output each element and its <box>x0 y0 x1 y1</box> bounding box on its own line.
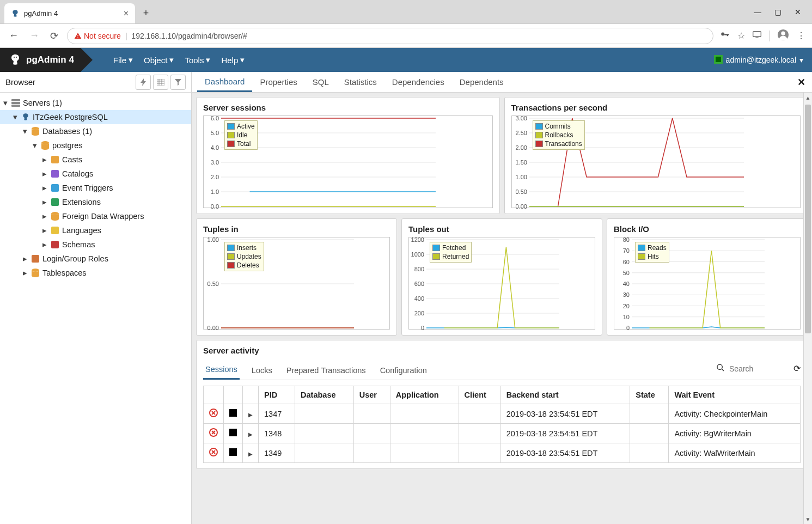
insecure-badge[interactable]: Not secure <box>74 32 121 40</box>
tree-node[interactable]: ▸Extensions <box>0 195 191 209</box>
tree-caret-icon[interactable]: ▸ <box>41 240 48 249</box>
tab-sql[interactable]: SQL <box>305 72 337 92</box>
tree-caret-icon[interactable]: ▸ <box>41 212 48 221</box>
tree-node[interactable]: ▸Foreign Data Wrappers <box>0 209 191 223</box>
view-data-button[interactable] <box>153 75 168 90</box>
tree-node[interactable]: ▾ITzGeek PostgreSQL <box>0 110 191 124</box>
tree-caret-icon[interactable]: ▸ <box>41 184 48 192</box>
maximize-icon[interactable]: ▢ <box>774 8 782 16</box>
svg-line-94 <box>722 369 724 371</box>
cancel-button[interactable] <box>204 443 224 463</box>
user-menu[interactable]: admin@itzgeek.local ▾ <box>714 55 803 65</box>
tree-caret-icon[interactable]: ▸ <box>41 198 48 206</box>
cell-client <box>459 443 500 463</box>
menu-tools[interactable]: Tools▾ <box>185 55 210 65</box>
column-header[interactable]: Database <box>295 386 354 404</box>
close-tab-icon[interactable]: × <box>124 9 129 19</box>
scroll-thumb[interactable] <box>805 105 811 333</box>
url-bar[interactable]: Not secure | 192.168.1.10/pgadmin4/brows… <box>67 28 713 44</box>
refresh-button[interactable]: ⟳ <box>793 363 801 374</box>
expand-row-button[interactable]: ▶ <box>243 424 259 443</box>
scroll-down-icon[interactable]: ▼ <box>804 514 812 524</box>
terminate-button[interactable] <box>224 443 243 463</box>
new-tab-button[interactable]: + <box>135 3 157 23</box>
vertical-scrollbar[interactable]: ▲ ▼ <box>803 93 812 524</box>
tab-dependents[interactable]: Dependents <box>452 72 511 92</box>
cell-backend-start: 2019-03-18 23:54:51 EDT <box>500 404 630 424</box>
browser-tab[interactable]: pgAdmin 4 × <box>4 3 135 23</box>
back-button[interactable]: ← <box>7 28 21 44</box>
tree-node[interactable]: ▸Casts <box>0 153 191 167</box>
cast-icon[interactable] <box>753 31 761 41</box>
tree-caret-icon[interactable]: ▸ <box>41 226 48 235</box>
bookmark-star-icon[interactable]: ☆ <box>737 31 745 41</box>
column-header[interactable]: User <box>353 386 390 404</box>
svg-rect-14 <box>11 102 20 104</box>
object-tree[interactable]: ▾Servers (1)▾ITzGeek PostgreSQL▾Database… <box>0 93 191 283</box>
tree-caret-icon[interactable]: ▸ <box>22 254 28 263</box>
tree-node[interactable]: ▸Languages <box>0 223 191 237</box>
filter-button[interactable] <box>170 75 186 90</box>
column-header[interactable]: PID <box>259 386 295 404</box>
tree-node[interactable]: ▸Schemas <box>0 237 191 252</box>
tree-node[interactable]: ▸Tablespaces <box>0 266 191 280</box>
menu-object[interactable]: Object▾ <box>144 55 174 65</box>
close-panel-icon[interactable]: ✕ <box>797 76 805 88</box>
cancel-button[interactable] <box>204 424 224 443</box>
runtime-icon <box>714 55 723 65</box>
app-logo[interactable]: pgAdmin 4 <box>0 48 81 72</box>
brand-text: pgAdmin 4 <box>26 54 74 65</box>
card-server-sessions: Server sessions 0.01.02.03.04.05.06.0Act… <box>196 97 500 214</box>
forward-button[interactable]: → <box>27 28 41 44</box>
chrome-menu-icon[interactable]: ⋮ <box>797 31 805 41</box>
key-icon[interactable] <box>720 30 730 42</box>
svg-rect-23 <box>51 227 59 234</box>
card-block-io: Block I/O 01020304050607080ReadsHits <box>607 218 808 336</box>
query-tool-button[interactable] <box>136 75 151 90</box>
tab-statistics[interactable]: Statistics <box>337 72 384 92</box>
subtab-prepared-transactions[interactable]: Prepared Transactions <box>284 362 368 379</box>
cancel-button[interactable] <box>204 404 224 424</box>
svg-point-93 <box>717 364 722 369</box>
column-header[interactable]: Backend start <box>500 386 630 404</box>
subtab-configuration[interactable]: Configuration <box>378 362 429 379</box>
tree-caret-icon[interactable]: ▾ <box>22 127 28 136</box>
menu-help[interactable]: Help▾ <box>221 55 245 65</box>
tree-node[interactable]: ▾postgres <box>0 138 191 153</box>
column-header[interactable]: Wait Event <box>669 386 801 404</box>
svg-rect-8 <box>157 79 164 86</box>
reload-button[interactable]: ⟳ <box>48 28 60 44</box>
column-header[interactable]: Client <box>459 386 500 404</box>
close-window-icon[interactable]: ✕ <box>795 8 801 16</box>
svg-text:400: 400 <box>414 295 424 302</box>
tree-node[interactable]: ▸Login/Group Roles <box>0 252 191 266</box>
tree-caret-icon[interactable]: ▸ <box>41 155 48 164</box>
terminate-button[interactable] <box>224 404 243 424</box>
tree-node[interactable]: ▸Catalogs <box>0 167 191 181</box>
tab-properties[interactable]: Properties <box>252 72 304 92</box>
tree-node[interactable]: ▾Servers (1) <box>0 96 191 110</box>
tree-caret-icon[interactable]: ▸ <box>41 169 48 178</box>
svg-text:80: 80 <box>623 237 630 243</box>
tab-dependencies[interactable]: Dependencies <box>384 72 452 92</box>
tree-caret-icon[interactable]: ▾ <box>2 99 9 107</box>
scroll-up-icon[interactable]: ▲ <box>804 93 812 102</box>
tree-caret-icon[interactable]: ▸ <box>22 269 28 277</box>
tree-node[interactable]: ▾Databases (1) <box>0 124 191 138</box>
tab-dashboard[interactable]: Dashboard <box>197 72 252 92</box>
tree-caret-icon[interactable]: ▾ <box>32 141 38 150</box>
expand-row-button[interactable]: ▶ <box>243 404 259 424</box>
profile-avatar-icon[interactable] <box>777 29 789 43</box>
search-input[interactable] <box>729 364 773 373</box>
svg-point-17 <box>41 141 49 144</box>
terminate-button[interactable] <box>224 424 243 443</box>
tree-caret-icon[interactable]: ▾ <box>12 113 19 121</box>
tree-node[interactable]: ▸Event Triggers <box>0 181 191 195</box>
minimize-icon[interactable]: — <box>754 8 761 16</box>
column-header[interactable]: State <box>630 386 669 404</box>
expand-row-button[interactable]: ▶ <box>243 443 259 463</box>
column-header[interactable]: Application <box>390 386 459 404</box>
subtab-sessions[interactable]: Sessions <box>203 361 240 380</box>
menu-file[interactable]: File▾ <box>113 55 133 65</box>
subtab-locks[interactable]: Locks <box>249 362 274 379</box>
